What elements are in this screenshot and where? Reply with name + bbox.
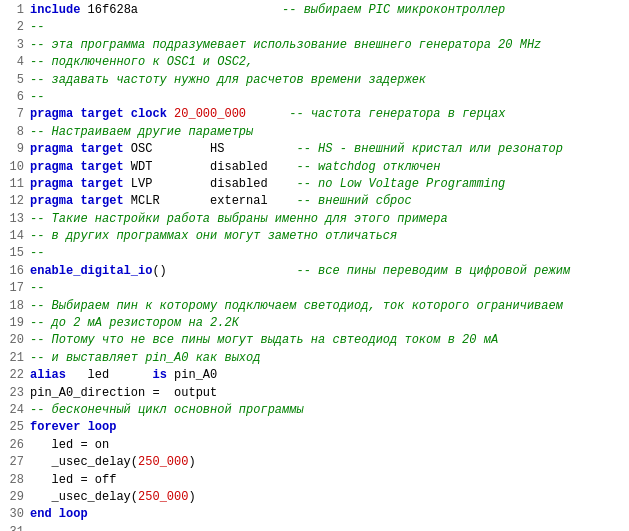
line-number: 30 (4, 506, 24, 523)
code-line: 18-- Выбираем пин к которому подключаем … (4, 298, 625, 315)
code-line: 2-- (4, 19, 625, 36)
line-number: 20 (4, 332, 24, 349)
line-text: -- задавать частоту нужно для расчетов в… (30, 72, 426, 89)
code-line: 19-- до 2 мА резистором на 2.2К (4, 315, 625, 332)
code-line: 7pragma target clock 20_000_000 -- часто… (4, 106, 625, 123)
line-number: 29 (4, 489, 24, 506)
line-number: 26 (4, 437, 24, 454)
line-number: 15 (4, 245, 24, 262)
line-text: -- Выбираем пин к которому подключаем св… (30, 298, 563, 315)
line-number: 28 (4, 472, 24, 489)
code-editor: 1include 16f628a -- выбираем PIC микроко… (0, 0, 629, 531)
code-line: 4-- подключенного к OSC1 и OSC2, (4, 54, 625, 71)
code-line: 31-- (4, 524, 625, 531)
line-text: forever loop (30, 419, 116, 436)
line-text: -- до 2 мА резистором на 2.2К (30, 315, 239, 332)
code-line: 17-- (4, 280, 625, 297)
code-line: 11pragma target LVP disabled -- no Low V… (4, 176, 625, 193)
line-text: led = off (30, 472, 116, 489)
line-number: 23 (4, 385, 24, 402)
code-line: 27 _usec_delay(250_000) (4, 454, 625, 471)
line-number: 14 (4, 228, 24, 245)
line-text: pragma target OSC HS -- HS - внешний кри… (30, 141, 563, 158)
line-text: alias led is pin_A0 (30, 367, 217, 384)
line-text: enable_digital_io() -- все пины переводи… (30, 263, 570, 280)
code-line: 15-- (4, 245, 625, 262)
line-text: -- эта программа подразумевает использов… (30, 37, 541, 54)
code-line: 20-- Потому что не все пины могут выдать… (4, 332, 625, 349)
line-text: pin_A0_direction = output (30, 385, 217, 402)
line-text: end loop (30, 506, 88, 523)
line-text: -- (30, 89, 44, 106)
line-text: -- подключенного к OSC1 и OSC2, (30, 54, 253, 71)
line-text: led = on (30, 437, 109, 454)
code-line: 10pragma target WDT disabled -- watchdog… (4, 159, 625, 176)
line-text: pragma target MCLR external -- внешний с… (30, 193, 412, 210)
line-number: 11 (4, 176, 24, 193)
code-line: 12pragma target MCLR external -- внешний… (4, 193, 625, 210)
line-number: 13 (4, 211, 24, 228)
line-number: 12 (4, 193, 24, 210)
line-text: -- Настраиваем другие параметры (30, 124, 253, 141)
code-line: 5-- задавать частоту нужно для расчетов … (4, 72, 625, 89)
line-number: 22 (4, 367, 24, 384)
code-line: 1include 16f628a -- выбираем PIC микроко… (4, 2, 625, 19)
line-number: 21 (4, 350, 24, 367)
line-number: 6 (4, 89, 24, 106)
line-text: -- Потому что не все пины могут выдать н… (30, 332, 498, 349)
line-text: -- (30, 524, 44, 531)
line-number: 19 (4, 315, 24, 332)
line-text: include 16f628a -- выбираем PIC микрокон… (30, 2, 505, 19)
line-number: 4 (4, 54, 24, 71)
code-line: 25forever loop (4, 419, 625, 436)
line-text: -- и выставляет pin_A0 как выход (30, 350, 260, 367)
code-line: 13-- Такие настройки работа выбраны имен… (4, 211, 625, 228)
code-line: 21-- и выставляет pin_A0 как выход (4, 350, 625, 367)
line-number: 25 (4, 419, 24, 436)
code-line: 28 led = off (4, 472, 625, 489)
line-text: -- (30, 280, 44, 297)
code-line: 9pragma target OSC HS -- HS - внешний кр… (4, 141, 625, 158)
code-line: 16enable_digital_io() -- все пины перево… (4, 263, 625, 280)
code-line: 30end loop (4, 506, 625, 523)
line-number: 27 (4, 454, 24, 471)
line-text: -- (30, 245, 44, 262)
line-text: pragma target WDT disabled -- watchdog о… (30, 159, 441, 176)
line-number: 8 (4, 124, 24, 141)
code-line: 14-- в других программах они могут замет… (4, 228, 625, 245)
line-number: 9 (4, 141, 24, 158)
code-line: 29 _usec_delay(250_000) (4, 489, 625, 506)
line-number: 18 (4, 298, 24, 315)
line-number: 10 (4, 159, 24, 176)
line-text: -- в других программах они могут заметно… (30, 228, 397, 245)
code-line: 23pin_A0_direction = output (4, 385, 625, 402)
line-number: 17 (4, 280, 24, 297)
line-number: 1 (4, 2, 24, 19)
line-text: pragma target LVP disabled -- no Low Vol… (30, 176, 505, 193)
line-text: _usec_delay(250_000) (30, 454, 196, 471)
code-line: 3-- эта программа подразумевает использо… (4, 37, 625, 54)
code-line: 6-- (4, 89, 625, 106)
line-number: 5 (4, 72, 24, 89)
line-number: 31 (4, 524, 24, 531)
line-number: 2 (4, 19, 24, 36)
line-text: _usec_delay(250_000) (30, 489, 196, 506)
line-number: 7 (4, 106, 24, 123)
line-text: -- Такие настройки работа выбраны именно… (30, 211, 448, 228)
line-text: pragma target clock 20_000_000 -- частот… (30, 106, 505, 123)
code-line: 26 led = on (4, 437, 625, 454)
code-line: 22alias led is pin_A0 (4, 367, 625, 384)
line-text: -- бесконечный цикл основной программы (30, 402, 304, 419)
line-text: -- (30, 19, 44, 36)
line-number: 24 (4, 402, 24, 419)
line-number: 16 (4, 263, 24, 280)
code-line: 8-- Настраиваем другие параметры (4, 124, 625, 141)
code-line: 24-- бесконечный цикл основной программы (4, 402, 625, 419)
line-number: 3 (4, 37, 24, 54)
